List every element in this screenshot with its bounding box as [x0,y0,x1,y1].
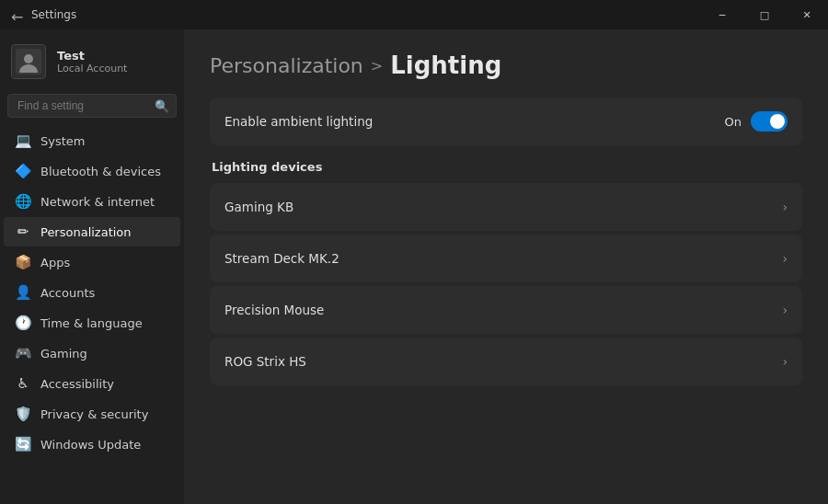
breadcrumb-current: Lighting [390,52,501,79]
chevron-right-icon-2: › [782,303,788,317]
nav-container: 💻 System 🔷 Bluetooth & devices 🌐 Network… [0,125,184,460]
user-name: Test [57,49,127,63]
sidebar-item-windows-update[interactable]: 🔄 Windows Update [4,430,180,459]
user-info: Test Local Account [57,49,127,74]
titlebar-left: ← Settings [11,8,76,21]
device-item-0[interactable]: Gaming KB › [210,183,802,231]
toggle-right: On [725,111,788,132]
user-account-type: Local Account [57,63,127,74]
sidebar-item-network[interactable]: 🌐 Network & internet [4,187,180,216]
sidebar-item-accessibility[interactable]: ♿ Accessibility [4,369,180,398]
accessibility-icon: ♿ [15,375,31,392]
sidebar-item-label-system: System [40,134,85,148]
device-item-2[interactable]: Precision Mouse › [210,286,802,334]
back-icon[interactable]: ← [11,8,24,21]
accounts-icon: 👤 [15,284,31,301]
device-name-1: Stream Deck MK.2 [224,251,339,266]
apps-icon: 📦 [15,254,31,270]
titlebar-controls: ─ □ ✕ [701,0,828,29]
device-name-3: ROG Strix HS [224,354,306,369]
sidebar-item-label-windows-update: Windows Update [40,438,141,452]
sidebar-item-personalization[interactable]: ✏️ Personalization [4,217,180,246]
system-icon: 💻 [15,132,31,149]
search-icon: 🔍 [155,99,169,113]
breadcrumb-parent[interactable]: Personalization [210,54,363,77]
device-item-3[interactable]: ROG Strix HS › [210,338,802,385]
sidebar-item-privacy[interactable]: 🛡️ Privacy & security [4,399,180,429]
gaming-icon: 🎮 [15,345,31,361]
sidebar-item-label-accounts: Accounts [40,286,95,300]
sidebar-item-label-bluetooth: Bluetooth & devices [40,165,161,178]
chevron-right-icon-0: › [782,200,788,214]
time-icon: 🕐 [15,315,31,331]
ambient-lighting-label: Enable ambient lighting [224,114,373,129]
device-name-0: Gaming KB [224,200,293,214]
ambient-lighting-toggle-card: Enable ambient lighting On [210,97,802,145]
chevron-right-icon-3: › [782,354,788,369]
chevron-right-icon-1: › [782,251,788,266]
search-input[interactable] [7,94,177,118]
ambient-lighting-toggle[interactable] [751,111,788,132]
bluetooth-icon: 🔷 [15,163,31,179]
sidebar-item-label-network: Network & internet [40,195,155,209]
search-box[interactable]: 🔍 [7,94,177,118]
user-section: Test Local Account [0,37,184,90]
close-button[interactable]: ✕ [786,0,828,29]
sidebar-item-label-apps: Apps [40,256,70,269]
personalization-icon: ✏️ [15,223,31,240]
sidebar-item-gaming[interactable]: 🎮 Gaming [4,338,180,368]
sidebar: Test Local Account 🔍 💻 System 🔷 Bluetoot… [0,29,184,504]
sidebar-item-apps[interactable]: 📦 Apps [4,247,180,277]
network-icon: 🌐 [15,193,31,210]
sidebar-item-time[interactable]: 🕐 Time & language [4,308,180,338]
devices-section-title: Lighting devices [210,160,802,174]
devices-container: Gaming KB › Stream Deck MK.2 › Precision… [210,183,802,385]
maximize-button[interactable]: □ [743,0,786,29]
sidebar-item-bluetooth[interactable]: 🔷 Bluetooth & devices [4,156,180,186]
device-item-1[interactable]: Stream Deck MK.2 › [210,235,802,282]
windows-update-icon: 🔄 [15,436,31,452]
sidebar-item-label-gaming: Gaming [40,347,87,361]
privacy-icon: 🛡️ [15,406,31,422]
sidebar-item-system[interactable]: 💻 System [4,126,180,155]
device-name-2: Precision Mouse [224,303,324,317]
minimize-button[interactable]: ─ [701,0,743,29]
toggle-status: On [725,115,742,129]
breadcrumb: Personalization > Lighting [210,52,802,79]
sidebar-item-label-accessibility: Accessibility [40,377,114,391]
sidebar-item-label-privacy: Privacy & security [40,407,148,421]
sidebar-item-accounts[interactable]: 👤 Accounts [4,278,180,307]
avatar [11,44,46,79]
svg-point-1 [24,54,33,63]
breadcrumb-separator: > [371,57,383,74]
sidebar-item-label-personalization: Personalization [40,225,132,239]
main-layout: Test Local Account 🔍 💻 System 🔷 Bluetoot… [0,29,828,504]
titlebar: ← Settings ─ □ ✕ [0,0,828,29]
titlebar-title: Settings [31,8,76,21]
sidebar-item-label-time: Time & language [40,316,143,330]
content-area: Personalization > Lighting Enable ambien… [184,29,828,504]
